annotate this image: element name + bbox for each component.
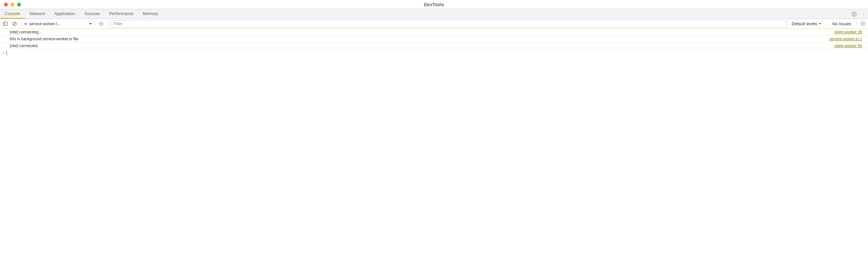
more-icon[interactable] xyxy=(859,9,868,19)
svg-point-12 xyxy=(862,23,863,25)
chevron-down-icon xyxy=(83,22,92,26)
window-title: DevTools xyxy=(424,2,444,7)
toggle-sidebar-icon[interactable] xyxy=(1,20,9,28)
console-message: [vite] connected. client-worker:50 xyxy=(0,43,868,49)
divider xyxy=(857,21,857,27)
context-selector[interactable]: service-worker-l… xyxy=(24,22,92,26)
console-prompt[interactable]: › xyxy=(0,49,868,57)
console-settings-icon[interactable] xyxy=(859,20,867,28)
context-bullet-icon xyxy=(24,22,27,26)
svg-point-3 xyxy=(863,15,863,16)
message-text: [vite] connecting... xyxy=(10,30,42,34)
message-source-link[interactable]: client-worker:35 xyxy=(834,30,862,34)
tab-memory[interactable]: Memory xyxy=(138,9,163,19)
window-controls xyxy=(0,3,21,6)
svg-point-10 xyxy=(101,23,102,25)
prompt-chevron-icon: › xyxy=(3,51,4,55)
svg-point-2 xyxy=(863,14,863,14)
close-window-button[interactable] xyxy=(4,3,8,6)
clear-console-icon[interactable] xyxy=(10,20,19,28)
chevron-down-icon xyxy=(818,22,822,25)
tab-sources[interactable]: Sources xyxy=(80,9,105,19)
title-bar: DevTools xyxy=(0,0,868,9)
cursor xyxy=(6,51,7,55)
svg-point-1 xyxy=(863,12,863,12)
svg-point-0 xyxy=(854,13,855,15)
divider xyxy=(94,21,95,27)
tab-console[interactable]: Console xyxy=(0,9,25,19)
divider xyxy=(108,21,108,27)
context-label: service-worker-l… xyxy=(29,22,61,26)
divider xyxy=(21,21,21,27)
log-levels-select[interactable]: Default levels xyxy=(788,21,825,26)
tab-network[interactable]: Network xyxy=(25,9,50,19)
message-text: this is background service-worker.ts fil… xyxy=(10,37,79,41)
settings-icon[interactable] xyxy=(849,9,859,19)
divider xyxy=(827,21,827,27)
tab-application[interactable]: Application xyxy=(50,9,80,19)
live-expression-icon[interactable] xyxy=(97,20,105,28)
maximize-window-button[interactable] xyxy=(17,3,21,6)
svg-marker-11 xyxy=(819,23,821,25)
svg-rect-4 xyxy=(3,22,7,25)
tab-performance[interactable]: Performance xyxy=(105,9,138,19)
console-message: [vite] connecting... client-worker:35 xyxy=(0,29,868,36)
filter-input[interactable] xyxy=(111,20,787,28)
svg-marker-9 xyxy=(89,23,92,25)
message-source-link[interactable]: client-worker:50 xyxy=(834,43,862,48)
minimize-window-button[interactable] xyxy=(10,3,14,6)
message-text: [vite] connected. xyxy=(10,43,38,48)
console-message: this is background service-worker.ts fil… xyxy=(0,36,868,43)
svg-line-7 xyxy=(13,23,16,25)
message-source-link[interactable]: service-worker.ts:1 xyxy=(829,37,862,41)
panel-tabs: Console Network Application Sources Perf… xyxy=(0,9,868,19)
issues-label[interactable]: No Issues xyxy=(829,21,855,26)
svg-point-8 xyxy=(25,23,27,25)
log-levels-label: Default levels xyxy=(792,21,817,26)
console-messages: [vite] connecting... client-worker:35 th… xyxy=(0,29,868,49)
console-toolbar: service-worker-l… Default levels No Issu… xyxy=(0,19,868,29)
